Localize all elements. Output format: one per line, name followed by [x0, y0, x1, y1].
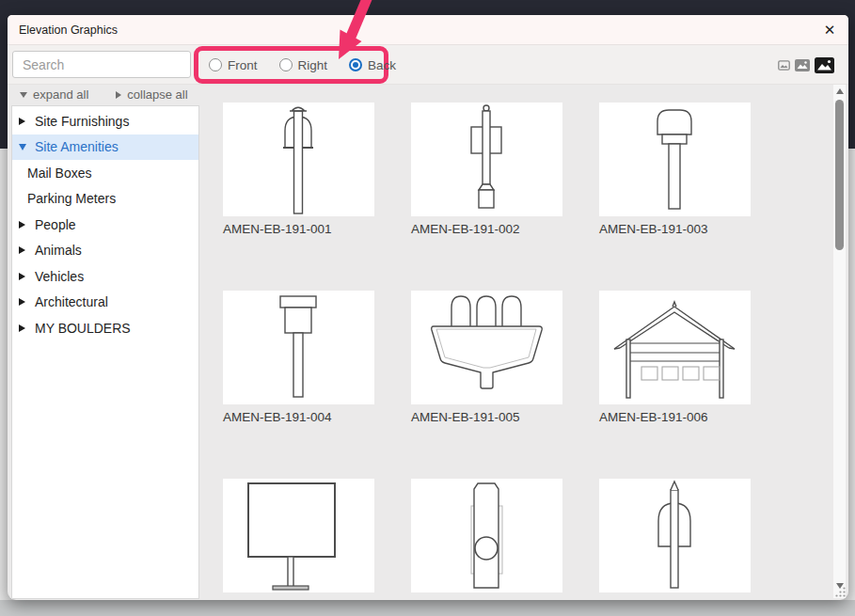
- category-tree: Site Furnishings Site Amenities Mail Box…: [11, 105, 199, 599]
- chevron-down-icon: [20, 92, 27, 98]
- thumbnail-label: AMEN-EB-191-005: [411, 410, 580, 424]
- tree-item-label: MY BOULDERS: [35, 321, 131, 336]
- tree-item-vehicles[interactable]: Vehicles: [12, 263, 198, 290]
- close-icon[interactable]: ✕: [818, 19, 841, 41]
- small-image-icon[interactable]: [778, 60, 790, 71]
- radio-right-label: Right: [298, 58, 328, 72]
- tree-item-label: People: [35, 217, 76, 232]
- tree-item-my-boulders[interactable]: MY BOULDERS: [12, 315, 198, 341]
- tree-item-animals[interactable]: Animals: [12, 238, 198, 264]
- parking-meter-drawing: [223, 291, 374, 404]
- thumbnail-card-005[interactable]: [411, 291, 562, 404]
- tree-item-site-amenities[interactable]: Site Amenities: [12, 134, 198, 161]
- tree-item-label: Site Furnishings: [35, 114, 129, 129]
- radio-back[interactable]: Back: [349, 58, 396, 72]
- thumbnail-card-004[interactable]: [223, 291, 374, 404]
- thumbnail-card-009[interactable]: [599, 479, 751, 592]
- tree-item-label: Mail Boxes: [27, 166, 91, 181]
- view-radio-group-highlight: Front Right Back: [194, 46, 388, 84]
- collapse-all-label: collapse all: [127, 87, 187, 102]
- scroll-up-icon[interactable]: [836, 88, 844, 94]
- tree-item-label: Architectural: [35, 294, 108, 309]
- sign-on-post-drawing: [223, 479, 374, 592]
- expand-all-link[interactable]: expand all: [20, 87, 88, 102]
- tree-item-parking-meters[interactable]: Parking Meters: [12, 186, 198, 213]
- thumbnail-label: AMEN-EB-191-002: [411, 222, 580, 236]
- thumbnail-card-003[interactable]: [599, 103, 751, 216]
- thumbnail-size-toggle: [778, 45, 834, 85]
- thumbnail-card-002[interactable]: [411, 103, 562, 216]
- tree-item-architectural[interactable]: Architectural: [12, 290, 198, 316]
- radio-front[interactable]: Front: [209, 58, 258, 72]
- chevron-right-icon[interactable]: [19, 118, 25, 125]
- dialog-content: expand all collapse all Site Furnishings…: [8, 85, 848, 600]
- dialog-toolbar: Front Right Back: [8, 45, 848, 85]
- expand-all-label: expand all: [33, 87, 88, 102]
- cluster-mailbox-drawing: [411, 291, 562, 404]
- parking-meter-drawing: [411, 103, 562, 216]
- thumbnail-card-006[interactable]: [599, 291, 751, 404]
- thumbnail-card-007[interactable]: [223, 479, 374, 592]
- tree-item-label: Animals: [35, 243, 82, 258]
- thumbnail-grid: AMEN-EB-191-001 AMEN-EB-191-002 AMEN-EB-…: [199, 85, 833, 600]
- bollard-drawing: [411, 479, 562, 592]
- tree-item-label: Vehicles: [35, 269, 84, 284]
- tree-controls: expand all collapse all: [20, 87, 188, 102]
- dialog-title: Elevation Graphics: [19, 15, 118, 45]
- search-input[interactable]: [12, 51, 191, 78]
- radio-circle-icon[interactable]: [209, 58, 222, 71]
- elevation-graphics-dialog: Elevation Graphics ✕ Front Right Back: [8, 15, 848, 600]
- chevron-right-icon: [116, 91, 121, 99]
- tree-item-label: Site Amenities: [35, 139, 119, 154]
- thumbnail-label: AMEN-EB-191-004: [223, 410, 392, 424]
- dialog-titlebar: Elevation Graphics ✕: [8, 15, 848, 45]
- tree-item-people[interactable]: People: [12, 212, 198, 238]
- chevron-right-icon[interactable]: [19, 298, 25, 306]
- chevron-right-icon[interactable]: [19, 246, 25, 254]
- shelter-drawing: [599, 291, 751, 404]
- chevron-right-icon[interactable]: [19, 221, 25, 229]
- radio-front-label: Front: [228, 58, 258, 72]
- thumbnail-label: AMEN-EB-191-003: [599, 222, 768, 236]
- chevron-right-icon[interactable]: [19, 273, 25, 280]
- parking-meter-drawing: [599, 103, 751, 216]
- tree-item-label: Parking Meters: [27, 191, 116, 206]
- chevron-down-icon[interactable]: [19, 144, 26, 150]
- thumbnail-label: AMEN-EB-191-001: [223, 222, 392, 236]
- medium-image-icon[interactable]: [795, 59, 810, 71]
- thumbnail-card-001[interactable]: [223, 103, 374, 216]
- large-image-icon[interactable]: [815, 57, 834, 73]
- radio-back-label: Back: [368, 58, 396, 72]
- radio-circle-icon[interactable]: [279, 58, 293, 71]
- pointed-post-drawing: [599, 479, 751, 592]
- arched-mailbox-drawing: [223, 103, 374, 216]
- tree-item-site-furnishings[interactable]: Site Furnishings: [12, 108, 198, 134]
- app-background-light: [0, 600, 855, 616]
- collapse-all-link[interactable]: collapse all: [116, 87, 187, 102]
- radio-right[interactable]: Right: [279, 58, 328, 72]
- tree-item-mail-boxes[interactable]: Mail Boxes: [12, 160, 198, 186]
- thumbnail-label: AMEN-EB-191-006: [599, 410, 768, 424]
- resize-grip[interactable]: [834, 586, 847, 598]
- chevron-right-icon[interactable]: [19, 324, 25, 332]
- thumbnail-card-008[interactable]: [411, 479, 562, 592]
- radio-circle-checked-icon[interactable]: [349, 58, 362, 71]
- vertical-scrollbar[interactable]: [833, 85, 846, 598]
- scrollbar-thumb[interactable]: [835, 100, 844, 250]
